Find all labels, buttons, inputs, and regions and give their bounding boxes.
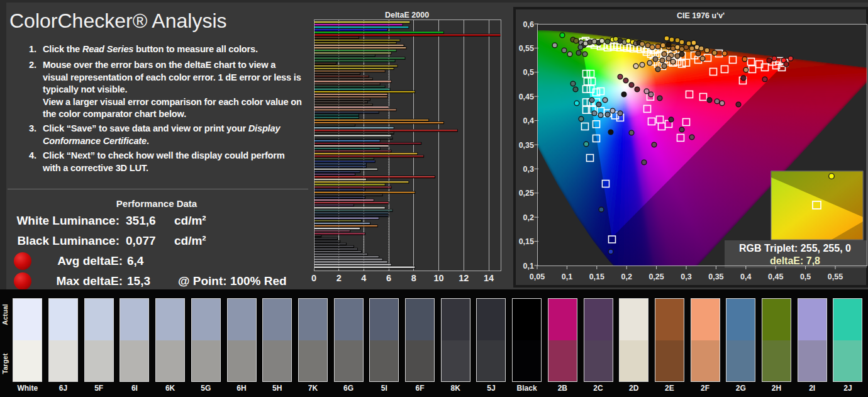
svg-text:CIE 1976 u'v': CIE 1976 u'v' [677,11,725,20]
svg-text:0,4: 0,4 [523,116,534,125]
svg-text:0,5: 0,5 [523,68,534,77]
svg-text:0,3: 0,3 [523,165,534,174]
svg-text:0,05: 0,05 [530,272,545,281]
svg-text:deltaE: 7,8: deltaE: 7,8 [770,255,820,266]
svg-text:0,55: 0,55 [519,44,534,53]
svg-text:0,25: 0,25 [648,272,664,281]
svg-text:0,2: 0,2 [621,272,632,281]
svg-text:RGB Triplet: 255, 255, 0: RGB Triplet: 255, 255, 0 [739,243,851,254]
svg-text:0,1: 0,1 [523,262,534,271]
svg-text:0,15: 0,15 [519,237,534,246]
svg-text:0,3: 0,3 [681,272,691,281]
svg-text:0,35: 0,35 [519,141,534,150]
svg-text:0,2: 0,2 [523,213,534,222]
svg-text:0,55: 0,55 [828,272,843,281]
svg-text:0,1: 0,1 [562,272,572,281]
svg-text:0,5: 0,5 [800,272,811,281]
svg-text:0,45: 0,45 [519,92,534,101]
svg-text:0,25: 0,25 [519,189,534,198]
svg-text:0,45: 0,45 [768,272,783,281]
svg-text:0,4: 0,4 [740,272,751,281]
svg-text:0,35: 0,35 [708,272,723,281]
svg-text:0,6: 0,6 [523,20,534,29]
svg-text:0,15: 0,15 [589,272,604,281]
